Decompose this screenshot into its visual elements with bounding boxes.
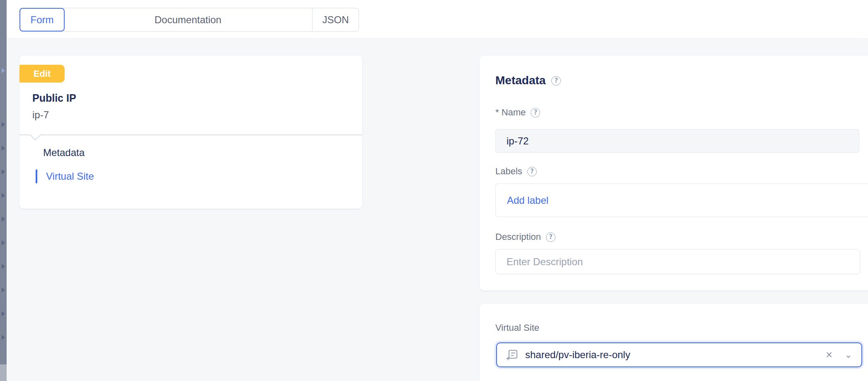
help-icon[interactable]: ? <box>546 232 555 242</box>
tab-documentation[interactable]: Documentation <box>64 8 313 32</box>
metadata-form-card: Metadata ? * Name ? Labels ? Add label D… <box>480 56 868 291</box>
sidebar-item-virtual-site[interactable]: Virtual Site <box>46 171 94 182</box>
clear-selection-icon[interactable]: × <box>826 349 832 361</box>
view-mode-tabs: Form Documentation JSON <box>19 8 359 32</box>
help-icon[interactable]: ? <box>531 108 540 117</box>
description-label-text: Description <box>495 232 541 242</box>
section-divider-notch <box>19 134 362 141</box>
chevron-right-icon <box>2 264 5 269</box>
labels-field-label: Labels ? <box>495 166 537 177</box>
chevron-right-icon <box>2 240 5 245</box>
chevron-down-icon[interactable]: ⌄ <box>845 350 852 359</box>
edit-mode-badge: Edit <box>19 65 65 83</box>
chevron-right-icon <box>2 146 5 151</box>
description-input[interactable] <box>495 249 860 274</box>
chevron-right-icon <box>2 68 5 73</box>
object-summary-card: Edit Public IP ip-7 Metadata Virtual Sit… <box>19 56 362 209</box>
tab-form[interactable]: Form <box>19 8 65 32</box>
virtual-site-card: Virtual Site shared/pv-iberia-re-only × … <box>480 304 868 381</box>
name-input[interactable] <box>495 129 859 153</box>
chevron-right-icon <box>2 122 5 127</box>
form-list-icon <box>506 349 519 361</box>
name-label-text: * Name <box>495 107 526 118</box>
help-icon[interactable]: ? <box>551 76 561 85</box>
labels-container: Add label <box>495 183 868 217</box>
description-field-label: Description ? <box>495 232 555 242</box>
public-ip-edit-page: Form Documentation JSON Edit Public IP i… <box>0 0 868 381</box>
collapsed-sidebar-strip[interactable] <box>0 0 7 381</box>
metadata-section-heading: Metadata ? <box>495 74 561 87</box>
add-label-button[interactable]: Add label <box>507 195 548 206</box>
sidebar-item-metadata[interactable]: Metadata <box>43 147 85 159</box>
chevron-right-icon <box>2 193 5 198</box>
metadata-heading-text: Metadata <box>495 74 546 87</box>
chevron-right-icon <box>2 288 5 293</box>
chevron-right-icon <box>2 169 5 174</box>
chevron-right-icon <box>2 217 5 222</box>
virtual-site-selected-value: shared/pv-iberia-re-only <box>525 349 630 361</box>
view-mode-tabbar: Form Documentation JSON <box>7 0 868 38</box>
chevron-right-icon <box>2 311 5 316</box>
sidebar-strip-footer <box>0 364 7 381</box>
chevron-right-icon <box>2 335 5 340</box>
object-name: ip-7 <box>32 109 49 121</box>
labels-label-text: Labels <box>495 166 522 177</box>
active-section-indicator <box>36 169 37 183</box>
virtual-site-field-label: Virtual Site <box>495 322 539 333</box>
name-field-label: * Name ? <box>495 107 540 118</box>
tab-json[interactable]: JSON <box>312 8 359 32</box>
help-icon[interactable]: ? <box>527 167 537 176</box>
virtual-site-select[interactable]: shared/pv-iberia-re-only × ⌄ <box>496 342 862 367</box>
object-type-title: Public IP <box>32 92 76 104</box>
